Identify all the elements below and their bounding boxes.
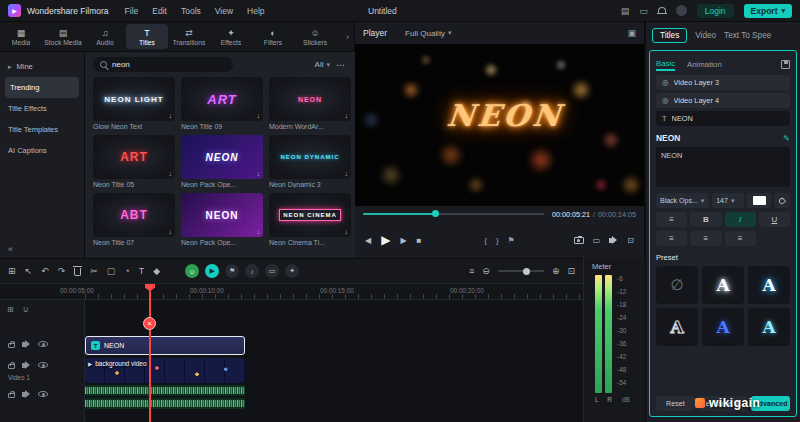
clip-background-video[interactable]: ▶ background video [85,358,245,383]
menu-help[interactable]: Help [247,6,264,16]
render-preview-button[interactable]: ▶ [205,264,219,278]
quality-dropdown[interactable]: Full Quality ▾ [405,29,452,38]
timeline-ruler[interactable]: 00:00:05:00 00:00:10:00 00:00:15:00 00:0… [0,284,583,300]
preview-viewport[interactable]: NEON [355,44,644,206]
crop-icon[interactable]: ▢ [107,266,116,276]
compare-icon[interactable]: ▣ [627,28,636,38]
tab-media[interactable]: ▦Media [0,22,42,51]
title-item[interactable]: NEON LIGHT↓Glow Neon Text [93,77,175,130]
snapshot-icon[interactable] [574,237,584,244]
tab-stickers[interactable]: ☺Stickers [294,22,336,51]
search-input[interactable] [112,60,212,69]
marker-button[interactable]: ⚑ [508,236,515,245]
clip-audio-waveform[interactable] [85,385,245,410]
playhead[interactable] [149,284,151,422]
menu-edit[interactable]: Edit [152,6,167,16]
eye-icon[interactable] [38,391,48,397]
sidebar-item-mine[interactable]: ▸Mine [0,56,84,77]
previous-frame-button[interactable]: ◀ [365,236,371,245]
title-item[interactable]: ART↓Neon Title 09 [181,77,263,130]
preset-style-5[interactable]: A [748,308,790,346]
save-preset-icon[interactable] [781,60,790,69]
beauty-button[interactable]: ☺ [185,264,199,278]
search-box[interactable] [93,57,233,72]
media-library-icon[interactable]: ▤ [621,6,630,16]
avatar[interactable] [676,5,687,16]
zoom-slider[interactable] [498,270,544,272]
volume-icon[interactable] [609,238,613,243]
download-icon[interactable]: ↓ [257,112,261,119]
second-screen-icon[interactable]: ▭ [593,236,601,245]
tab-video-properties[interactable]: Video [695,31,716,40]
mute-icon[interactable] [22,342,26,347]
tab-basic[interactable]: Basic [656,59,675,71]
eyedropper-button[interactable] [774,193,790,208]
menu-file[interactable]: File [125,6,139,16]
tab-stock-media[interactable]: ▤Stock Media [42,22,84,51]
reset-button[interactable]: Reset [656,396,695,411]
zoom-in-icon[interactable]: ⊕ [552,266,560,276]
add-media-icon[interactable]: ⊞ [8,266,16,276]
preset-style-2[interactable]: A [748,266,790,304]
login-button[interactable]: Login [697,4,734,18]
mute-icon[interactable] [22,392,26,397]
split-icon[interactable]: ✂ [90,266,98,276]
seek-bar[interactable] [363,213,544,216]
font-size-dropdown[interactable]: 147▾ [712,193,744,208]
mark-in-button[interactable]: { [484,236,487,245]
keyframe-icon[interactable]: ◆ [153,266,160,276]
chevron-right-icon[interactable]: › [346,32,354,42]
text-tool-icon[interactable]: T [139,266,145,276]
text-options-button[interactable]: ≡ [656,212,687,227]
bell-icon[interactable] [658,7,666,14]
sidebar-item-title-effects[interactable]: Title Effects [0,98,84,119]
filter-dropdown[interactable]: All ▾ [315,60,330,69]
font-color-picker[interactable] [747,193,771,208]
preset-none[interactable]: ∅ [656,266,698,304]
device-preview-icon[interactable]: ▭ [639,6,648,16]
underline-button[interactable]: U [759,212,790,227]
download-icon[interactable]: ↓ [169,112,173,119]
add-track-icon[interactable]: ⊞ [7,305,14,314]
next-frame-button[interactable]: ▶ [400,236,406,245]
title-item[interactable]: NEON↓Neon Pack Ope... [181,193,263,246]
tab-filters[interactable]: ◐Filters [252,22,294,51]
download-icon[interactable]: ↓ [169,170,173,177]
tab-audio[interactable]: ♫Audio [84,22,126,51]
zoom-out-icon[interactable]: ⊖ [482,266,490,276]
sidebar-item-trending[interactable]: Trending [5,77,79,98]
bold-button[interactable]: B [690,212,721,227]
edit-text-icon[interactable]: ✎ [783,134,790,143]
title-item[interactable]: NEON↓Modern WordAr... [269,77,351,130]
align-left-button[interactable]: ≡ [656,231,687,246]
eye-icon[interactable] [38,341,48,347]
marker-tool-button[interactable]: ⚑ [225,264,239,278]
text-input[interactable]: NEON [656,147,790,187]
eye-icon[interactable] [38,362,48,368]
tab-titles-properties[interactable]: Titles [652,28,687,43]
fit-timeline-icon[interactable]: ⊡ [567,266,575,276]
mark-out-button[interactable]: } [496,236,499,245]
font-family-dropdown[interactable]: Black Ops...▾ [656,193,709,208]
tab-animation[interactable]: Animation [687,60,722,69]
audio-mixer-icon[interactable]: ≡ [469,266,474,276]
menu-tools[interactable]: Tools [181,6,201,16]
speed-icon[interactable]: ◔ [124,266,129,276]
download-icon[interactable]: ↓ [257,170,261,177]
layer-item-video-4[interactable]: ◎Video Layer 4 [656,93,790,108]
download-icon[interactable]: ↓ [345,112,349,119]
preset-style-1[interactable]: A [702,266,744,304]
sidebar-item-title-templates[interactable]: Title Templates [0,119,84,140]
pointer-icon[interactable]: ↖ [25,266,33,276]
more-options-icon[interactable]: ⋯ [336,60,347,70]
export-button[interactable]: Export ▾ [744,4,792,18]
download-icon[interactable]: ↓ [257,228,261,235]
tab-titles[interactable]: TTitles [126,24,168,49]
layer-item-video-3[interactable]: ◎Video Layer 3 [656,75,790,90]
clip-neon-title[interactable]: T NEON [85,336,245,355]
play-button[interactable]: ▶ [381,233,390,247]
menu-view[interactable]: View [215,6,233,16]
mute-icon[interactable] [22,363,26,368]
lock-icon[interactable] [8,343,15,348]
title-item[interactable]: NEON↓Neon Pack Ope... [181,135,263,188]
